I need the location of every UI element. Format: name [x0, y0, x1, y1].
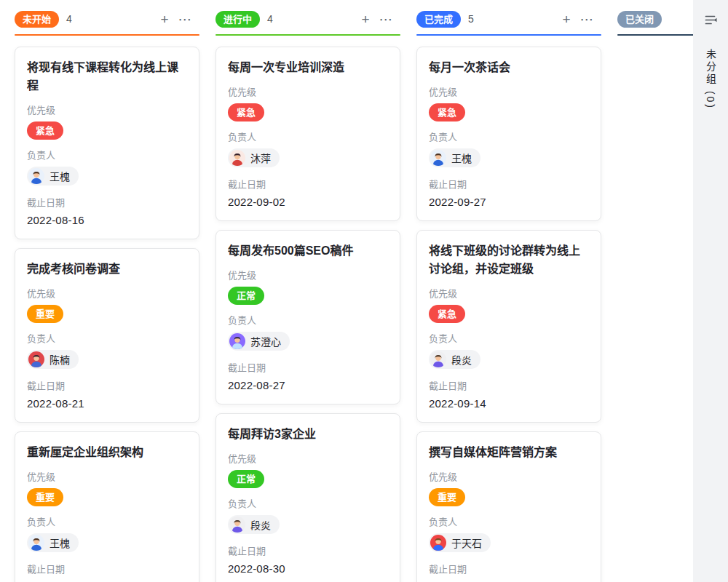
avatar — [28, 168, 44, 184]
add-card-icon[interactable]: + — [355, 12, 376, 26]
assignee-name: 段炎 — [250, 517, 271, 532]
due-date-field-label: 截止日期 — [27, 562, 187, 575]
assignee-chip[interactable]: 陈楠 — [27, 350, 79, 369]
assignee-chip[interactable]: 王槐 — [429, 148, 480, 167]
due-date-value: 2022-08-30 — [228, 562, 388, 575]
task-card[interactable]: 将线下班级的讨论群转为线上讨论组，并设定班级 优先级 紧急 负责人 段炎 截止日… — [416, 230, 601, 423]
assignee-field-label: 负责人 — [27, 148, 187, 162]
assignee-chip[interactable]: 王槐 — [27, 533, 79, 552]
priority-badge: 重要 — [429, 488, 465, 506]
assignee-chip[interactable]: 段炎 — [429, 350, 480, 369]
assignee-chip[interactable]: 王槐 — [27, 167, 79, 186]
avatar — [28, 351, 44, 367]
due-date-field-label: 截止日期 — [429, 177, 589, 191]
due-date-value: 2022-08-16 — [27, 214, 187, 226]
assignee-field-label: 负责人 — [429, 331, 589, 345]
due-date-field-label: 截止日期 — [429, 562, 589, 575]
priority-field-label: 优先级 — [27, 286, 187, 300]
assignee-field-label: 负责人 — [429, 129, 589, 143]
task-title: 撰写自媒体矩阵营销方案 — [429, 443, 589, 461]
task-title: 每周拜访3家企业 — [228, 425, 388, 443]
assignee-chip[interactable]: 段炎 — [228, 515, 280, 534]
column-status-badge: 已关闭 — [617, 11, 662, 28]
assignee-field-label: 负责人 — [429, 514, 589, 528]
column-more-icon[interactable]: ⋯ — [577, 12, 597, 26]
priority-field-label: 优先级 — [228, 268, 388, 282]
column-status-badge: 进行中 — [215, 11, 260, 28]
column-status-badge: 未开始 — [15, 11, 59, 28]
avatar — [430, 535, 446, 551]
assignee-name: 王槐 — [50, 169, 70, 183]
collapse-panel-icon[interactable] — [704, 13, 718, 30]
task-card[interactable]: 每周拜访3家企业 优先级 正常 负责人 段炎 截止日期 2022-08-30 — [215, 413, 400, 582]
assignee-chip[interactable]: 沐萍 — [228, 148, 280, 167]
priority-badge: 紧急 — [429, 305, 465, 323]
priority-field-label: 优先级 — [228, 84, 388, 98]
task-card-body: 优先级 正常 负责人 段炎 截止日期 2022-08-30 — [228, 451, 388, 575]
column-underline — [215, 34, 400, 36]
assignee-field-label: 负责人 — [228, 129, 388, 143]
column-more-icon[interactable]: ⋯ — [175, 12, 195, 26]
task-title: 将线下班级的讨论群转为线上讨论组，并设定班级 — [429, 242, 589, 278]
ungrouped-side-panel[interactable]: 未分组 (0) — [693, 0, 728, 582]
task-card-body: 优先级 紧急 负责人 王槐 截止日期 2022-09-27 — [429, 84, 589, 208]
kanban-column: 已完成 5 + ⋯ 每月一次茶话会 优先级 紧急 负责人 王槐 截止日期 202… — [416, 0, 601, 582]
task-card[interactable]: 重新厘定企业组织架构 优先级 重要 负责人 王槐 截止日期 2022-08-19 — [15, 431, 199, 582]
task-card[interactable]: 将现有线下课程转化为线上课程 优先级 紧急 负责人 王槐 截止日期 2022-0… — [15, 47, 199, 239]
assignee-chip[interactable]: 苏澄心 — [228, 332, 290, 351]
assignee-name: 王槐 — [50, 535, 70, 550]
assignee-name: 于天石 — [451, 535, 482, 550]
task-card[interactable]: 完成考核问卷调查 优先级 重要 负责人 陈楠 截止日期 2022-08-21 — [15, 248, 199, 423]
due-date-value: 2022-08-21 — [27, 397, 187, 410]
due-date-field-label: 截止日期 — [27, 195, 187, 209]
assignee-name: 段炎 — [451, 352, 472, 367]
due-date-field-label: 截止日期 — [27, 378, 187, 392]
column-underline — [416, 34, 601, 36]
ungrouped-label: 未分组 (0) — [703, 49, 718, 110]
priority-badge: 正常 — [228, 470, 264, 488]
task-card[interactable]: 每周一次专业培训深造 优先级 紧急 负责人 沐萍 截止日期 2022-09-02 — [215, 47, 400, 221]
due-date-field-label: 截止日期 — [429, 378, 589, 392]
column-more-icon[interactable]: ⋯ — [376, 12, 396, 26]
priority-badge: 紧急 — [228, 103, 264, 121]
due-date-value: 2022-09-27 — [429, 196, 589, 208]
task-card[interactable]: 每周发布500篇SEO稿件 优先级 正常 负责人 苏澄心 截止日期 2022-0… — [215, 230, 400, 404]
task-card-body: 优先级 重要 负责人 王槐 截止日期 2022-08-19 — [27, 469, 187, 582]
assignee-field-label: 负责人 — [228, 496, 388, 510]
assignee-name: 苏澄心 — [250, 334, 281, 348]
assignee-chip[interactable]: 于天石 — [429, 533, 491, 552]
assignee-field-label: 负责人 — [27, 331, 187, 345]
column-header: 未开始 4 + ⋯ — [15, 10, 199, 28]
column-header: 已完成 5 + ⋯ — [416, 10, 601, 28]
column-cards: 每月一次茶话会 优先级 紧急 负责人 王槐 截止日期 2022-09-27 将线… — [416, 47, 601, 582]
task-title: 每周发布500篇SEO稿件 — [228, 242, 388, 260]
add-card-icon[interactable]: + — [154, 12, 175, 26]
task-card-body: 优先级 紧急 负责人 王槐 截止日期 2022-08-16 — [27, 103, 187, 226]
due-date-value: 2022-09-02 — [228, 196, 388, 208]
kanban-column: 未开始 4 + ⋯ 将现有线下课程转化为线上课程 优先级 紧急 负责人 王槐 截… — [15, 0, 199, 582]
avatar — [430, 351, 446, 367]
task-card[interactable]: 每月一次茶话会 优先级 紧急 负责人 王槐 截止日期 2022-09-27 — [416, 47, 601, 221]
avatar — [229, 150, 245, 166]
priority-badge: 正常 — [228, 287, 264, 305]
priority-field-label: 优先级 — [429, 469, 589, 483]
priority-badge: 重要 — [27, 488, 63, 506]
assignee-field-label: 负责人 — [27, 514, 187, 528]
column-count: 5 — [468, 13, 556, 25]
priority-badge: 紧急 — [429, 103, 465, 121]
task-card-body: 优先级 紧急 负责人 段炎 截止日期 2022-09-14 — [429, 286, 589, 410]
task-title: 重新厘定企业组织架构 — [27, 443, 187, 461]
column-cards: 每周一次专业培训深造 优先级 紧急 负责人 沐萍 截止日期 2022-09-02… — [215, 47, 400, 582]
add-card-icon[interactable]: + — [556, 12, 577, 26]
priority-field-label: 优先级 — [228, 451, 388, 465]
due-date-value: 2022-09-14 — [429, 397, 589, 410]
task-card[interactable]: 撰写自媒体矩阵营销方案 优先级 重要 负责人 于天石 截止日期 2022-09-… — [416, 431, 601, 582]
due-date-field-label: 截止日期 — [228, 360, 388, 374]
priority-badge: 紧急 — [27, 121, 63, 140]
task-card-body: 优先级 正常 负责人 苏澄心 截止日期 2022-08-27 — [228, 268, 388, 391]
priority-field-label: 优先级 — [429, 84, 589, 98]
due-date-value: 2022-08-27 — [228, 379, 388, 391]
assignee-name: 王槐 — [451, 151, 472, 165]
task-title: 将现有线下课程转化为线上课程 — [27, 58, 187, 95]
kanban-view: 未开始 4 + ⋯ 将现有线下课程转化为线上课程 优先级 紧急 负责人 王槐 截… — [0, 0, 728, 582]
